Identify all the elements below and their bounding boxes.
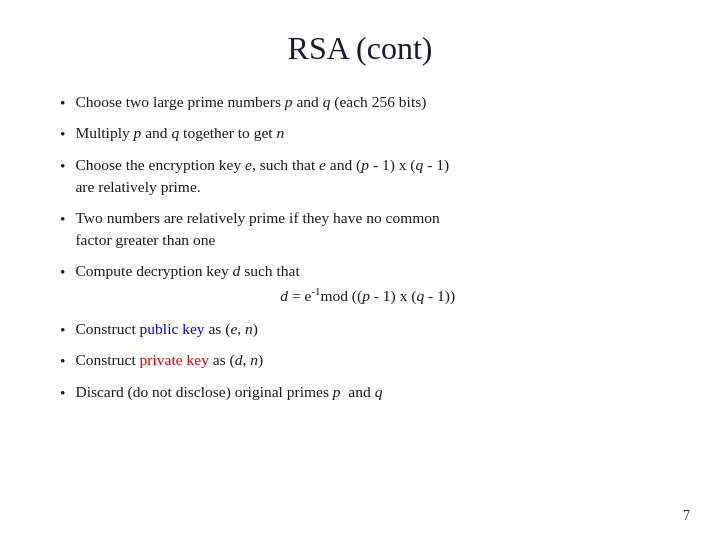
list-item: • Discard (do not disclose) original pri… bbox=[60, 381, 660, 404]
formula: d = e-1mod ((p - 1) x (q - 1)) bbox=[75, 284, 660, 308]
bullet-text: Choose two large prime numbers p and q (… bbox=[75, 91, 660, 113]
bullet-text: Choose the encryption key e, such that e… bbox=[75, 154, 660, 199]
list-item: • Construct public key as (e, n) bbox=[60, 318, 660, 341]
bullet-dot: • bbox=[60, 92, 65, 114]
list-item: • Choose the encryption key e, such that… bbox=[60, 154, 660, 199]
slide-title: RSA (cont) bbox=[60, 30, 660, 67]
bullet-text: Compute decryption key d such that d = e… bbox=[75, 260, 660, 310]
slide: RSA (cont) • Choose two large prime numb… bbox=[0, 0, 720, 540]
bullet-dot: • bbox=[60, 155, 65, 177]
bullet-text: Discard (do not disclose) original prime… bbox=[75, 381, 660, 403]
list-item: • Choose two large prime numbers p and q… bbox=[60, 91, 660, 114]
bullet-text: Two numbers are relatively prime if they… bbox=[75, 207, 660, 252]
list-item: • Construct private key as (d, n) bbox=[60, 349, 660, 372]
page-number: 7 bbox=[683, 508, 690, 524]
private-key-label: private key bbox=[140, 351, 209, 368]
bullet-dot: • bbox=[60, 319, 65, 341]
bullet-list: • Choose two large prime numbers p and q… bbox=[60, 91, 660, 412]
bullet-dot: • bbox=[60, 208, 65, 230]
bullet-dot: • bbox=[60, 382, 65, 404]
bullet-text: Multiply p and q together to get n bbox=[75, 122, 660, 144]
bullet-dot: • bbox=[60, 123, 65, 145]
list-item: • Two numbers are relatively prime if th… bbox=[60, 207, 660, 252]
bullet-dot: • bbox=[60, 350, 65, 372]
list-item: • Compute decryption key d such that d =… bbox=[60, 260, 660, 310]
public-key-label: public key bbox=[140, 320, 205, 337]
bullet-dot: • bbox=[60, 261, 65, 283]
list-item: • Multiply p and q together to get n bbox=[60, 122, 660, 145]
bullet-text: Construct private key as (d, n) bbox=[75, 349, 660, 371]
bullet-text: Construct public key as (e, n) bbox=[75, 318, 660, 340]
